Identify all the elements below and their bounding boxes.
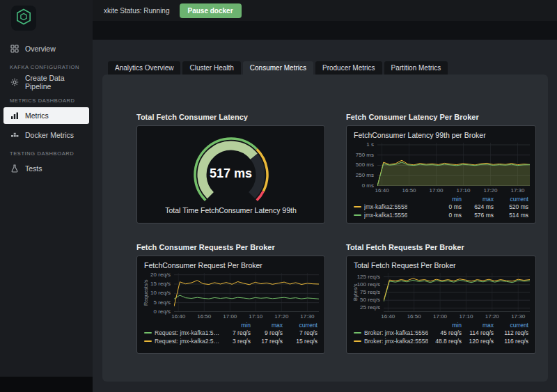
legend-header-max[interactable]: max [464, 196, 494, 203]
legend-current: 514 ms [496, 212, 528, 219]
docker-icon [10, 132, 19, 139]
legend-header-min[interactable]: min [434, 196, 462, 203]
legend-series[interactable]: Request: jmx-kafka2:5558 [144, 338, 220, 345]
chart-block-total-fetch-per-broker: Total Fetch Requests Per Broker Total Fe… [346, 243, 536, 354]
metrics-tabs: Analytics Overview Cluster Health Consum… [108, 61, 448, 75]
y-tick-label: 20 req/s [150, 272, 171, 278]
sidebar-item-label: Tests [25, 164, 42, 173]
legend-series[interactable]: jmx-kafka2:5558 [354, 203, 431, 210]
x-tick-label: 16:40 [372, 187, 392, 194]
sidebar-bottom-strip [0, 377, 93, 392]
chart-block-latency-per-broker: Fetch Consumer Latency Per Broker FetchC… [346, 113, 536, 224]
x-axis: 16:4016:5017:0017:1017:2017:30 [174, 312, 319, 320]
latency-gauge: 517 ms [175, 132, 287, 204]
legend-min: 3 req/s [223, 338, 251, 345]
sidebar-item-label: Metrics [25, 111, 49, 120]
plot-area[interactable] [384, 273, 530, 312]
x-axis: 16:4016:5017:0017:1017:2017:30 [377, 186, 530, 194]
x-tick-label: 16:40 [378, 313, 398, 320]
legend-max: 17 req/s [253, 338, 283, 345]
legend-header-min[interactable]: min [223, 322, 251, 329]
x-tick-label: 17:30 [508, 313, 528, 320]
legend-series[interactable]: Broker: jmx-kafka2:5558 [354, 338, 431, 345]
line-panel-requests: FetchConsumer Request Per Broker Request… [136, 256, 325, 354]
tab-partition-metrics[interactable]: Partition Metrics [384, 61, 448, 75]
legend-header-current[interactable]: current [496, 322, 528, 329]
x-tick-label: 17:00 [220, 313, 240, 320]
legend-header-min[interactable]: min [434, 322, 462, 329]
x-tick-label: 17:20 [483, 313, 502, 320]
series-swatch [144, 332, 152, 334]
legend-header-current[interactable]: current [285, 322, 317, 329]
y-tick-label: 75 req/s [360, 290, 380, 295]
line-panel-total-fetch: Total Fetch Request Per Broker Bytes/s 1… [346, 256, 536, 354]
x-tick-label: 17:00 [430, 313, 450, 320]
plot-area[interactable] [174, 273, 319, 312]
topbar-divider-band [93, 21, 557, 40]
app-logo[interactable] [11, 6, 36, 31]
sidebar-item-overview[interactable]: Overview [0, 40, 93, 57]
series-swatch [354, 332, 361, 334]
chart-title: Total Fetch Requests Per Broker [346, 243, 536, 251]
legend-min: 0 ms [434, 212, 462, 219]
legend-header-max[interactable]: max [464, 322, 494, 329]
chart-title: Fetch Consumer Requests Per Broker [136, 243, 325, 251]
panel-title: Total Fetch Request Per Broker [354, 261, 530, 269]
status-label: xkite Status: Running [104, 7, 170, 15]
legend-series-name: jmx-kafka2:5558 [364, 203, 407, 210]
x-tick-label: 16:50 [400, 187, 419, 194]
dashboard-panel: Total Fetch Consumer Latency 517 ms Tota… [102, 75, 548, 382]
x-tick-label: 16:50 [194, 313, 214, 320]
legend-series[interactable]: Request: jmx-kafka1:5556 [144, 329, 220, 336]
legend-row: Request: jmx-kafka1:5556 7 req/s 9 req/s… [144, 329, 317, 337]
sidebar-item-create-data-pipeline[interactable]: Create Data Pipeline [0, 74, 93, 91]
y-axis: 20 req/s15 req/s10 req/s5 req/s0 req/s [149, 273, 174, 312]
legend-min: 48.8 req/s [434, 338, 462, 345]
pause-docker-button[interactable]: Pause docker [180, 3, 242, 18]
sidebar-item-metrics[interactable]: Metrics [3, 107, 89, 124]
tab-cluster-health[interactable]: Cluster Health [182, 61, 240, 75]
x-tick-label: 17:20 [272, 313, 291, 320]
legend-series[interactable]: jmx-kafka1:5556 [354, 212, 431, 219]
chart-block-requests-per-broker: Fetch Consumer Requests Per Broker Fetch… [136, 243, 325, 354]
y-tick-label: 750 ms [356, 152, 374, 158]
sidebar-item-label: Create Data Pipeline [25, 74, 87, 91]
x-tick-label: 16:40 [168, 313, 188, 320]
flask-icon [10, 164, 19, 173]
legend-current: 520 ms [496, 203, 528, 210]
x-tick-label: 17:20 [480, 187, 500, 194]
sidebar-item-tests[interactable]: Tests [0, 160, 93, 177]
chart-title: Fetch Consumer Latency Per Broker [346, 113, 536, 121]
legend-header-max[interactable]: max [253, 322, 283, 329]
x-tick-label: 17:10 [454, 187, 473, 194]
plot-area[interactable] [377, 143, 530, 186]
legend-current: 7 req/s [285, 329, 317, 336]
y-tick-label: 10 req/s [150, 290, 171, 296]
series-swatch [354, 206, 361, 207]
y-tick-label: 250 ms [356, 173, 374, 178]
topbar: xkite Status: Running Pause docker [93, 0, 557, 21]
gear-icon [10, 78, 19, 86]
legend-header-current[interactable]: current [496, 196, 528, 203]
tab-analytics-overview[interactable]: Analytics Overview [108, 61, 180, 75]
y-tick-label: 125 req/s [357, 274, 380, 280]
tab-producer-metrics[interactable]: Producer Metrics [315, 61, 382, 75]
legend-series-name: jmx-kafka1:5556 [364, 212, 407, 219]
sidebar-section-kafka-configuration: KAFKA CONFIGURATION [10, 64, 93, 70]
x-tick-label: 17:10 [246, 313, 265, 320]
sidebar-section-metrics-dashboard: METRICS DASHBOARD [10, 97, 93, 104]
legend-series[interactable]: Broker: jmx-kafka1:5556 [354, 329, 431, 336]
legend-row: jmx-kafka2:5558 0 ms 624 ms 520 ms [354, 203, 528, 211]
panel-title: FetchConsumer Latency 99th per Broker [354, 131, 530, 139]
sidebar-item-docker-metrics[interactable]: Docker Metrics [0, 127, 93, 143]
sidebar-item-label: Docker Metrics [25, 131, 74, 139]
tab-consumer-metrics[interactable]: Consumer Metrics [243, 61, 313, 75]
legend-max: 120 req/s [464, 338, 494, 345]
x-tick-label: 17:30 [297, 313, 317, 320]
y-tick-label: 50 req/s [360, 297, 380, 303]
legend-row: Broker: jmx-kafka2:5558 48.8 req/s 120 r… [354, 337, 528, 345]
x-tick-label: 17:10 [456, 313, 476, 320]
sidebar: Overview KAFKA CONFIGURATION Create Data… [0, 0, 93, 377]
y-tick-label: 15 req/s [150, 281, 171, 287]
series-swatch [354, 340, 361, 342]
